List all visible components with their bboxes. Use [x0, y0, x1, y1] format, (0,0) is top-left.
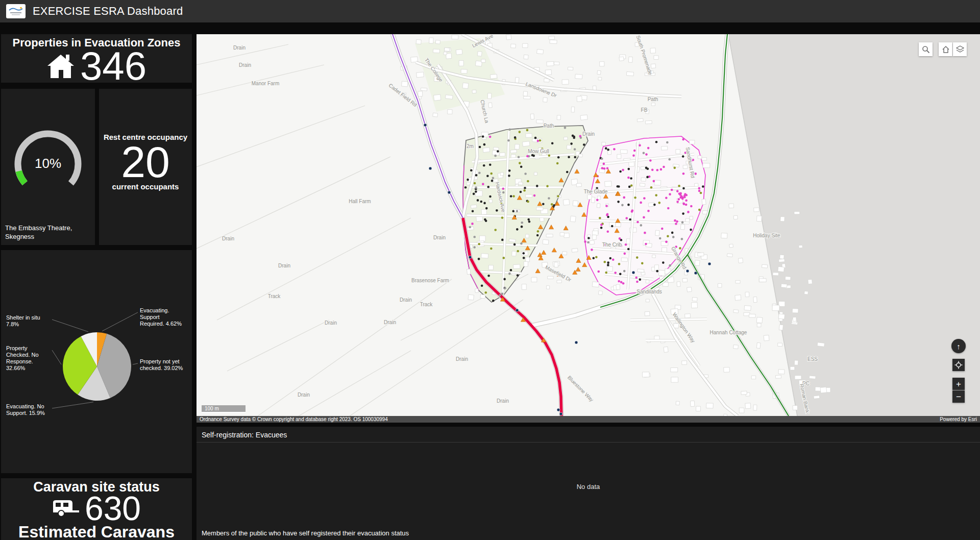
house-icon	[46, 53, 75, 79]
caravan-site-status-panel: Caravan site status 630 Estimated Carava…	[1, 478, 192, 540]
map-attribution: Ordnance Survey data © Crown copyright a…	[197, 416, 980, 423]
zoom-in-button[interactable]: +	[952, 378, 965, 390]
rest-centre-occupancy-panel: Rest centre occupancy 20 current occupan…	[99, 89, 192, 245]
search-button[interactable]	[919, 42, 933, 56]
map-label: Drain	[222, 236, 234, 241]
map-label: Sandilands	[636, 289, 662, 294]
gauge-value: 10%	[24, 156, 71, 171]
rest-centre-subtitle: current occupants	[99, 182, 192, 191]
map-label: Track	[268, 293, 281, 299]
north-arrow-icon: ↑	[957, 342, 961, 351]
map-label: Drain	[582, 131, 595, 137]
no-data-message: No data	[197, 483, 980, 490]
home-button[interactable]	[939, 42, 952, 56]
home-icon	[942, 45, 950, 54]
plus-icon: +	[956, 380, 961, 388]
map-label: Drain	[278, 263, 290, 268]
caravan-count: 630	[85, 493, 141, 524]
rest-centre-count: 20	[99, 141, 192, 182]
pie-label: Evacuating. No Support. 15.9%	[6, 403, 57, 416]
dashboard-title: EXERCISE ESRA Dashboard	[33, 5, 183, 18]
properties-indicator-panel: Properties in Evacuation Zones 346	[1, 34, 192, 83]
map-label: ESS	[807, 356, 818, 362]
attribution-text: Ordnance Survey data © Crown copyright a…	[200, 416, 388, 422]
map-label: The Crib	[602, 242, 622, 248]
map-label: Track	[420, 302, 433, 307]
pie-label: Property Checked. No Response. 32.66%	[6, 345, 57, 372]
map-label: Path	[544, 123, 554, 129]
locate-button[interactable]	[952, 359, 965, 371]
compass-button[interactable]: ↑	[951, 339, 966, 353]
map-label: Drain	[233, 45, 246, 51]
map-label: Drain	[433, 235, 446, 240]
layers-icon	[956, 45, 964, 54]
map-label: Drain	[497, 398, 509, 404]
map-label: Manor Farm	[252, 81, 279, 86]
pie-leader-line	[102, 312, 138, 331]
lincolnshire-logo	[6, 4, 26, 18]
map-label: Mow Gull	[528, 149, 549, 154]
pie-label: Shelter in situ 7.8%	[6, 314, 57, 328]
map-label: Drain	[298, 392, 310, 398]
map-label: Hannah Cottage	[710, 330, 747, 335]
map-label: Drain	[400, 297, 412, 303]
pie-leader-line	[52, 320, 88, 332]
gauge-caption: The Embassy Theatre, Skegness	[5, 224, 72, 241]
powered-by-esri: Powered by Esri	[940, 416, 977, 422]
map-canvas[interactable]: DrainDrainManor FarmDrainDrainTrackDrain…	[197, 34, 980, 416]
map-label: FB	[641, 107, 648, 113]
layers-button[interactable]	[953, 42, 967, 56]
map-label: Path	[648, 96, 658, 102]
map-label: Brasenose Farm	[411, 278, 449, 283]
caravan-icon	[52, 499, 80, 518]
map-label: Drain	[384, 320, 396, 325]
map-label: Holiday Site	[753, 233, 780, 238]
map-label: The Glade	[584, 189, 608, 194]
self-registration-description: Members of the public who have self regi…	[202, 529, 409, 537]
properties-count: 346	[80, 47, 146, 83]
minus-icon: −	[956, 392, 961, 401]
caravan-subtitle: Estimated Caravans	[1, 523, 192, 540]
map-widget[interactable]: DrainDrainManor FarmDrainDrainTrackDrain…	[197, 34, 980, 423]
evacuation-status-pie-panel: Evacuating. Support Required. 4.62%Prope…	[1, 250, 192, 473]
self-registration-panel: Self-registration: Evacuees No data Memb…	[197, 427, 980, 540]
search-icon	[922, 45, 930, 54]
locate-icon	[954, 361, 963, 369]
rest-centre-gauge-panel: 10% The Embassy Theatre, Skegness	[1, 89, 95, 245]
app-header: EXERCISE ESRA Dashboard	[0, 0, 980, 22]
map-label: Drain	[239, 62, 251, 68]
pie-label: Property not yet checked. 39.02%	[140, 358, 190, 372]
map-scalebar: 100 m	[202, 405, 246, 413]
zoom-out-button[interactable]: −	[952, 390, 965, 403]
map-label: Hall Farm	[349, 199, 371, 204]
map-label: Drain	[325, 320, 337, 326]
map-label: 2m	[467, 143, 474, 149]
pie-leader-line	[52, 402, 93, 408]
pie-leader-line	[133, 363, 138, 364]
pie-label: Evacuating. Support Required. 4.62%	[140, 307, 190, 327]
logo-graphic	[8, 6, 23, 16]
scalebar-label: 100 m	[205, 406, 219, 411]
self-registration-title: Self-registration: Evacuees	[197, 427, 980, 443]
map-label: Drain	[456, 356, 468, 362]
